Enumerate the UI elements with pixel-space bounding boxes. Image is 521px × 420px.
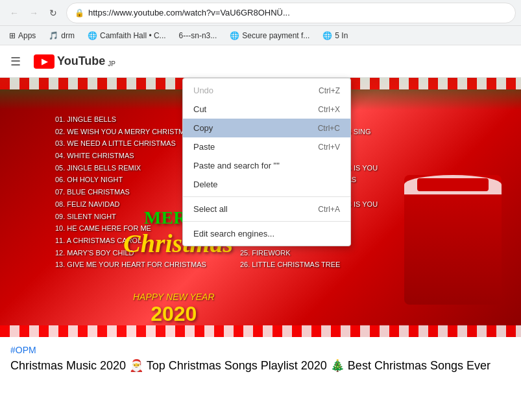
globe-icon-1: 🌐	[88, 31, 97, 40]
bookmark-4-label: 6---sn-n3...	[179, 31, 217, 40]
address-input[interactable]	[88, 8, 507, 18]
menu-copy[interactable]: Copy Ctrl+C	[183, 119, 350, 137]
menu-undo[interactable]: Undo Ctrl+Z	[183, 81, 350, 100]
menu-paste[interactable]: Paste Ctrl+V	[183, 137, 350, 156]
apps-icon: ⊞	[9, 31, 16, 40]
menu-cut[interactable]: Cut Ctrl+X	[183, 100, 350, 119]
bookmark-5[interactable]: 🌐 Secure payment f...	[226, 30, 313, 41]
menu-delete[interactable]: Delete	[183, 175, 350, 194]
browser-toolbar: ← → ↻ 🔒	[0, 0, 521, 26]
bookmark-6-label: 5 In	[335, 31, 348, 40]
candy-bottom	[0, 325, 521, 337]
bookmark-camfaith-label: Camfaith Hall • C...	[100, 31, 166, 40]
nav-buttons: ← → ↻	[5, 4, 62, 22]
menu-copy-label: Copy	[193, 123, 213, 133]
menu-separator-2	[183, 221, 350, 222]
youtube-logo-text: YouTube	[57, 54, 105, 68]
music-icon: 🎵	[49, 31, 58, 40]
menu-delete-label: Delete	[193, 180, 218, 189]
menu-paste-search-label: Paste and search for ""	[193, 161, 280, 170]
youtube-header: ☰ ▶ YouTube JP	[0, 45, 521, 78]
youtube-logo-suffix: JP	[108, 60, 115, 67]
menu-edit-engines[interactable]: Edit search engines...	[183, 224, 350, 243]
play-icon: ▶	[42, 57, 47, 66]
youtube-logo[interactable]: ▶ YouTube JP	[34, 54, 115, 69]
menu-paste-label: Paste	[193, 142, 215, 152]
bookmark-drm-label: drm	[61, 31, 75, 40]
refresh-button[interactable]: ↻	[44, 4, 62, 22]
menu-icon[interactable]: ☰	[10, 54, 21, 69]
bookmark-5-label: Secure payment f...	[242, 31, 309, 40]
video-title: Christmas Music 2020 🎅 Top Christmas Son…	[10, 358, 511, 374]
bookmark-camfaith[interactable]: 🌐 Camfaith Hall • C...	[84, 30, 170, 41]
song-26: 26. LITTLE CHRISTMAS TREE	[240, 259, 378, 271]
menu-separator-1	[183, 196, 350, 197]
menu-select-all-shortcut: Ctrl+A	[318, 205, 340, 214]
globe-icon-3: 🌐	[322, 31, 332, 40]
context-menu: Undo Ctrl+Z Cut Ctrl+X Copy Ctrl+C Paste…	[182, 78, 351, 246]
bookmark-4[interactable]: 6---sn-n3...	[175, 30, 221, 41]
globe-icon-2: 🌐	[230, 31, 239, 40]
youtube-logo-icon: ▶	[34, 54, 55, 69]
menu-cut-shortcut: Ctrl+X	[318, 105, 340, 114]
menu-cut-label: Cut	[193, 104, 206, 114]
address-bar-container[interactable]: 🔒	[66, 3, 516, 23]
lock-icon: 🔒	[75, 8, 84, 18]
main-content: 01. JINGLE BELLS 02. WE WISH YOU A MERRY…	[0, 78, 521, 382]
menu-paste-shortcut: Ctrl+V	[318, 143, 340, 152]
menu-edit-engines-label: Edit search engines...	[193, 229, 274, 239]
bookmark-6[interactable]: 🌐 5 In	[319, 30, 352, 41]
video-description: #OPM Christmas Music 2020 🎅 Top Christma…	[0, 337, 521, 382]
menu-select-all[interactable]: Select all Ctrl+A	[183, 200, 350, 218]
back-button[interactable]: ←	[5, 4, 23, 22]
menu-undo-shortcut: Ctrl+Z	[319, 86, 340, 95]
gift-bag	[404, 175, 502, 305]
video-tag[interactable]: #OPM	[10, 345, 511, 355]
song-13: 13. GIVE ME YOUR HEART FOR CHRISTMAS	[55, 259, 206, 271]
song-25: 25. FIREWORK	[240, 247, 378, 259]
bookmark-apps-label: Apps	[18, 31, 36, 40]
menu-paste-search[interactable]: Paste and search for ""	[183, 156, 350, 175]
forward-button[interactable]: →	[25, 4, 43, 22]
new-year-2020: HAPPY NEW YEAR 2020	[133, 292, 215, 326]
menu-select-all-label: Select all	[193, 204, 228, 214]
menu-copy-shortcut: Ctrl+C	[318, 124, 340, 133]
menu-undo-label: Undo	[193, 86, 213, 95]
bookmarks-bar: ⊞ Apps 🎵 drm 🌐 Camfaith Hall • C... 6---…	[0, 26, 521, 45]
bookmark-drm[interactable]: 🎵 drm	[45, 30, 79, 41]
bookmark-apps[interactable]: ⊞ Apps	[5, 30, 40, 41]
